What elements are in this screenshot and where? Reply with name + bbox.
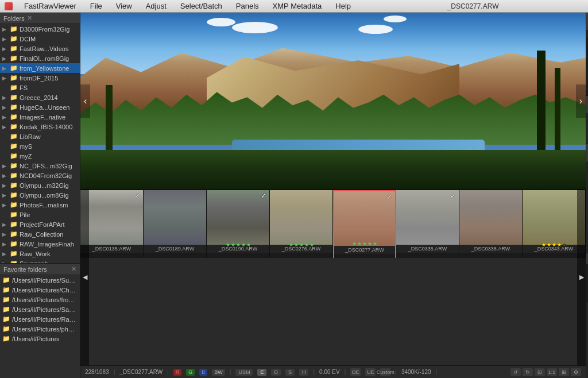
custom-tool-button[interactable]: Custom: [380, 368, 390, 376]
folders-header: Folders ✕: [0, 13, 80, 24]
filmstrip-item-2[interactable]: ✓ ★★★★★ _DSC0190.ARW: [207, 190, 270, 258]
folder-item-1[interactable]: ▶ 📁 DCIM: [0, 34, 80, 44]
oe-tool-button[interactable]: OE: [350, 368, 361, 376]
main-photo: ‹ ›: [80, 13, 586, 189]
channel-bw-button[interactable]: BW: [212, 369, 225, 376]
folder-arrow: ▶: [2, 222, 8, 227]
prev-image-button[interactable]: ‹: [80, 84, 90, 118]
filmstrip-item-6[interactable]: _DSC0338.ARW: [459, 190, 523, 258]
favorites-close-icon[interactable]: ✕: [71, 265, 76, 273]
menu-view[interactable]: View: [114, 1, 134, 11]
grid-view-icon[interactable]: ⊞: [559, 368, 569, 376]
menu-help[interactable]: Help: [333, 1, 353, 11]
menu-xmp[interactable]: XMP Metadata: [270, 1, 324, 11]
folder-item-4[interactable]: ▶ 📁 from_Yellowstone: [0, 63, 80, 73]
folder-item-23[interactable]: ▶ 📁 Raw_Work: [0, 249, 80, 259]
thumb-label: _DSC0277.ARW: [334, 246, 395, 254]
menu-fastrawviewer[interactable]: FastRawViewer: [22, 1, 79, 11]
folder-arrow: ▶: [2, 65, 8, 71]
filmstrip[interactable]: ✓ _DSC0135.ARW _DSC0189.ARW ✓ ★★★★★ _DSC…: [80, 189, 586, 258]
favorite-item-4[interactable]: 📁 /Users/il/Pictures/RawDigger_r: [0, 314, 80, 324]
folder-item-18[interactable]: ▶ 📁 PhotosF...rnalism: [0, 200, 80, 210]
folder-arrow: ▶: [2, 75, 8, 81]
menu-file[interactable]: File: [88, 1, 105, 11]
rotate-right-icon[interactable]: ↻: [523, 368, 533, 376]
folder-name: FastRaw...Videos: [20, 45, 68, 52]
folder-item-0[interactable]: ▶ 📁 D3000From32Gig: [0, 24, 80, 34]
folder-item-22[interactable]: ▶ 📁 RAW_ImagesFinah: [0, 239, 80, 249]
star-1: ★: [294, 242, 299, 248]
folder-item-6[interactable]: 📁 FS: [0, 83, 80, 92]
mode-usm-button[interactable]: USM: [235, 369, 253, 376]
filmstrip-item-4[interactable]: ✓ ★★★★★ _DSC0277.ARW: [333, 190, 396, 258]
filmstrip-item-5[interactable]: ✓ _DSC0335.ARW: [396, 190, 459, 258]
folder-item-16[interactable]: ▶ 📁 Olympu...m32Gig: [0, 180, 80, 190]
menu-adjust[interactable]: Adjust: [144, 1, 169, 11]
ue-tool-button[interactable]: UE: [365, 368, 376, 376]
favorites-list[interactable]: 📁 /Users/il/Pictures/Summer_in_C 📁 /User…: [0, 275, 80, 378]
channel-g-button[interactable]: G: [186, 369, 195, 376]
zoom-1-1-icon[interactable]: 1:1: [547, 368, 557, 376]
favorite-item-5[interactable]: 📁 /Users/il/Pictures/photos: [0, 324, 80, 334]
folder-item-9[interactable]: ▶ 📁 ImagesF...native: [0, 112, 80, 122]
folder-icon: 📁: [10, 74, 18, 82]
mode-d-button[interactable]: D: [271, 369, 281, 376]
folders-list[interactable]: ▶ 📁 D3000From32Gig ▶ 📁 DCIM ▶ 📁 FastRaw.…: [0, 24, 80, 263]
menu-panels[interactable]: Panels: [234, 1, 261, 11]
mode-s-button[interactable]: S: [285, 369, 295, 376]
folder-item-15[interactable]: ▶ 📁 NCD04From32Gig: [0, 171, 80, 180]
filmstrip-item-0[interactable]: ✓ _DSC0135.ARW: [80, 190, 144, 258]
folder-item-19[interactable]: 📁 Pile: [0, 210, 80, 219]
favorite-item-6[interactable]: 📁 /Users/il/Pictures: [0, 334, 80, 344]
favorite-item-2[interactable]: 📁 /Users/il/Pictures/fromYellowst: [0, 295, 80, 304]
filmstrip-scroll-right[interactable]: ▶: [577, 189, 586, 365]
rotate-left-icon[interactable]: ↺: [510, 368, 521, 376]
next-image-button[interactable]: ›: [576, 84, 586, 118]
filmstrip-scroll-left[interactable]: ◀: [80, 189, 89, 365]
filmstrip-item-3[interactable]: ★★★★★ _DSC0276.ARW: [270, 190, 333, 258]
folder-item-10[interactable]: ▶ 📁 Kodak_IBIS-14000: [0, 122, 80, 132]
center-area: ‹ › ◀ ✓ _DSC0135.ARW _DSC0189.ARW ✓ ★★★★…: [80, 13, 586, 378]
current-filename: _DSC0277.ARW: [119, 369, 163, 375]
folder-icon: 📁: [10, 55, 18, 62]
folder-item-3[interactable]: ▶ 📁 FinalOl...rom8Gig: [0, 53, 80, 63]
folder-name: Kodak_IBIS-14000: [20, 124, 72, 130]
zoom-fit-icon[interactable]: ⊡: [535, 368, 545, 376]
folder-item-8[interactable]: ▶ 📁 HugeCa...Unseen: [0, 102, 80, 112]
folder-item-21[interactable]: ▶ 📁 Raw_Collection: [0, 229, 80, 239]
folder-item-2[interactable]: ▶ 📁 FastRaw...Videos: [0, 44, 80, 53]
favorites-header: Favorite folders ✕: [0, 264, 80, 275]
ev-display: 0.00 EV: [319, 369, 340, 375]
folders-close-icon[interactable]: ✕: [27, 14, 32, 22]
folder-name: HugeCa...Unseen: [20, 104, 69, 111]
folder-item-14[interactable]: ▶ 📁 NC_DFS...m32Gig: [0, 161, 80, 171]
favorite-icon: 📁: [2, 306, 10, 313]
folder-item-20[interactable]: ▶ 📁 ProjectForAPArt: [0, 219, 80, 229]
ground-layer: [80, 150, 586, 189]
menu-select-batch[interactable]: Select/Batch: [178, 1, 225, 11]
settings-icon[interactable]: ⚙: [571, 368, 581, 376]
star-4: ★: [562, 242, 567, 248]
mode-h-button[interactable]: H: [299, 369, 309, 376]
thumb-image: [523, 190, 585, 245]
favorite-item-0[interactable]: 📁 /Users/il/Pictures/Summer_in_C: [0, 275, 80, 285]
folder-item-12[interactable]: 📁 myS: [0, 141, 80, 151]
channel-b-button[interactable]: B: [199, 369, 207, 376]
favorite-name: /Users/il/Pictures/fromYellowst: [12, 296, 78, 303]
channel-r-button[interactable]: R: [173, 369, 182, 376]
folder-icon: 📁: [10, 250, 18, 257]
filmstrip-item-1[interactable]: _DSC0189.ARW: [144, 190, 207, 258]
mode-e-button[interactable]: E: [257, 369, 266, 376]
folder-item-17[interactable]: ▶ 📁 Olympu...om8Gig: [0, 190, 80, 200]
folder-item-5[interactable]: ▶ 📁 fromDF_2015: [0, 73, 80, 83]
image-area[interactable]: ‹ ›: [80, 13, 586, 189]
folder-item-13[interactable]: 📁 myZ: [0, 151, 80, 161]
folder-item-24[interactable]: ▶ 📁 Savannah: [0, 259, 80, 263]
folder-item-7[interactable]: ▶ 📁 Greece_2014: [0, 92, 80, 102]
favorite-item-3[interactable]: 📁 /Users/il/Pictures/Savannah: [0, 304, 80, 314]
filmstrip-item-7[interactable]: ✓ ★★★★★ _DSC0343.ARW: [523, 190, 586, 258]
folder-item-11[interactable]: 📁 LibRaw: [0, 132, 80, 141]
favorite-item-1[interactable]: 📁 /Users/il/Pictures/CherryBlosso: [0, 285, 80, 295]
position-counter: 228/1083: [85, 369, 109, 375]
menubar: FastRawViewer File View Adjust Select/Ba…: [0, 0, 588, 13]
